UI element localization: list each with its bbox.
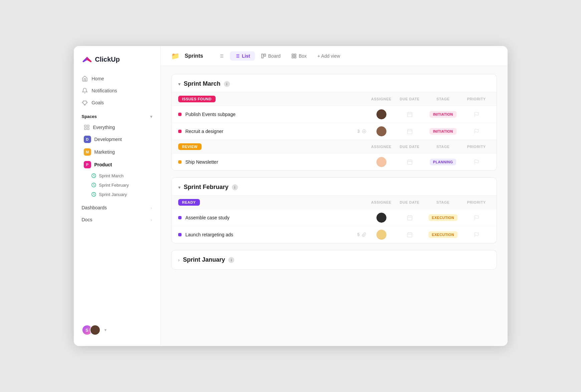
dashboards-chevron-icon: › (151, 205, 152, 210)
sidebar-item-home-label: Home (92, 76, 104, 81)
sidebar-item-product-label: Product (94, 162, 112, 167)
task-stage-4: EXECUTION (423, 214, 463, 221)
sprint-february-chevron[interactable]: ▾ (178, 185, 181, 190)
sprint-february-info-icon[interactable]: i (232, 184, 238, 190)
task-duedate-1[interactable] (396, 111, 423, 117)
sprint-january-section: › Sprint January i (171, 250, 497, 270)
task-name-2: Recruit a designer (186, 129, 355, 134)
sidebar-item-notifications-label: Notifications (92, 88, 117, 93)
sprint-february-title: Sprint February (184, 184, 229, 191)
sidebar-item-product[interactable]: P Product (76, 158, 158, 171)
svg-rect-22 (294, 54, 296, 56)
tab-list[interactable]: List (230, 51, 255, 61)
task-row-recruit-designer[interactable]: Recruit a designer 3 (172, 123, 497, 140)
app-container: ClickUp Home Notifications (74, 46, 508, 346)
review-badge: REVIEW (178, 143, 202, 150)
col-header-duedate-1: DUE DATE (396, 97, 423, 101)
stage-badge-2: INITIATION (429, 128, 456, 135)
user-dropdown-icon[interactable]: ▾ (104, 328, 106, 332)
spaces-label: Spaces (82, 114, 97, 119)
avatar-user (90, 325, 100, 335)
sidebar-item-docs[interactable]: Docs › (74, 214, 160, 226)
add-view-button[interactable]: + Add view (313, 51, 345, 61)
calendar-icon-4 (407, 215, 413, 221)
task-priority-2 (463, 129, 490, 134)
sidebar-item-dashboards[interactable]: Dashboards › (74, 202, 160, 214)
issues-found-group-header: ISSUES FOUND ASSIGNEE DUE DATE STAGE PRI… (172, 92, 497, 106)
task-duedate-4[interactable] (396, 215, 423, 221)
sidebar-item-development[interactable]: D Development (76, 133, 158, 146)
task-stage-5: EXECUTION (423, 231, 463, 238)
top-bar: 📁 Sprints List (161, 46, 508, 66)
marketing-badge: M (84, 148, 91, 156)
task-duedate-3[interactable] (396, 159, 423, 165)
task-name-5: Launch retargeting ads (186, 232, 355, 237)
col-header-assignee-2: ASSIGNEE (366, 145, 396, 149)
task-cols-3: PLANNING (366, 157, 490, 167)
tab-list-label: List (242, 53, 250, 59)
task-assignee-2 (366, 126, 396, 136)
sidebar: ClickUp Home Notifications (74, 46, 161, 346)
task-assignee-4 (366, 213, 396, 223)
col-header-assignee-1: ASSIGNEE (366, 97, 396, 101)
product-badge: P (84, 161, 91, 168)
task-assignee-1 (366, 109, 396, 119)
stage-badge-1: INITIATION (429, 111, 456, 118)
sidebar-item-marketing[interactable]: M Marketing (76, 146, 158, 158)
col-header-priority-2: PRIORITY (463, 145, 490, 149)
sidebar-item-everything[interactable]: Everything (76, 122, 158, 133)
col-header-stage-3: STAGE (423, 200, 463, 204)
calendar-icon-5 (407, 232, 413, 238)
sprint-march-header: ▾ Sprint March i (172, 74, 497, 92)
sidebar-item-notifications[interactable]: Notifications (78, 85, 156, 97)
tab-box-label: Box (299, 53, 307, 59)
tab-list-inactive[interactable] (214, 51, 229, 61)
task-stage-2: INITIATION (423, 128, 463, 135)
stage-badge-4: EXECUTION (428, 214, 458, 221)
sidebar-subitem-sprint-march-label: Sprint March (99, 173, 124, 178)
folder-nav: 📁 Sprints (171, 52, 206, 60)
sprint-icon-3 (91, 192, 96, 197)
task-duedate-5[interactable] (396, 232, 423, 238)
sprint-march-info-icon[interactable]: i (224, 81, 230, 87)
flag-icon-2 (474, 129, 479, 134)
task-row-assemble-case-study[interactable]: Assemble case study (172, 209, 497, 226)
ready-group-header: READY ASSIGNEE DUE DATE STAGE PRIORITY (172, 196, 497, 209)
task-duedate-2[interactable] (396, 128, 423, 134)
spaces-chevron-icon: ▾ (150, 114, 152, 119)
task-row-ship-newsletter[interactable]: Ship Newsletter (172, 153, 497, 170)
sprint-january-info-icon[interactable]: i (228, 257, 234, 263)
svg-rect-24 (294, 56, 296, 58)
sidebar-subitem-sprint-february-label: Sprint February (99, 183, 129, 188)
sprint-february-header: ▾ Sprint February i (172, 178, 497, 195)
sprints-area: ▾ Sprint March i ISSUES FOUND ASSIGNEE D… (161, 66, 508, 346)
svg-rect-20 (264, 54, 266, 56)
col-header-priority-1: PRIORITY (463, 97, 490, 101)
sidebar-subitem-sprint-january[interactable]: Sprint January (76, 190, 158, 199)
col-header-stage-2: STAGE (423, 145, 463, 149)
user-avatar-stack[interactable]: S (82, 325, 100, 335)
sidebar-subitem-sprint-february[interactable]: Sprint February (76, 180, 158, 190)
list-icon (235, 53, 240, 59)
sprint-march-chevron[interactable]: ▾ (178, 81, 181, 87)
task-name-1: Publish Events subpage (186, 112, 366, 117)
development-badge: D (84, 136, 91, 143)
sidebar-item-home[interactable]: Home (78, 73, 156, 85)
sprint-march-title: Sprint March (184, 80, 221, 87)
tab-box[interactable]: Box (287, 51, 311, 61)
sidebar-subitem-sprint-march[interactable]: Sprint March (76, 171, 158, 180)
assignee-avatar-5 (376, 230, 386, 240)
calendar-icon-1 (407, 111, 413, 117)
sprint-january-chevron[interactable]: › (178, 257, 180, 263)
task-assignee-3 (366, 157, 396, 167)
sprint-january-title: Sprint January (183, 256, 225, 263)
logo: ClickUp (74, 54, 160, 73)
task-row-publish-events[interactable]: Publish Events subpage (172, 106, 497, 123)
tab-board[interactable]: Board (256, 51, 285, 61)
spaces-section-header: Spaces ▾ (74, 109, 160, 122)
review-group-header: REVIEW ASSIGNEE DUE DATE STAGE PRIORITY (172, 140, 497, 153)
board-icon (261, 53, 266, 59)
task-row-launch-retargeting[interactable]: Launch retargeting ads 5 (172, 226, 497, 243)
sidebar-item-goals[interactable]: Goals (78, 97, 156, 109)
docs-chevron-icon: › (151, 217, 152, 222)
